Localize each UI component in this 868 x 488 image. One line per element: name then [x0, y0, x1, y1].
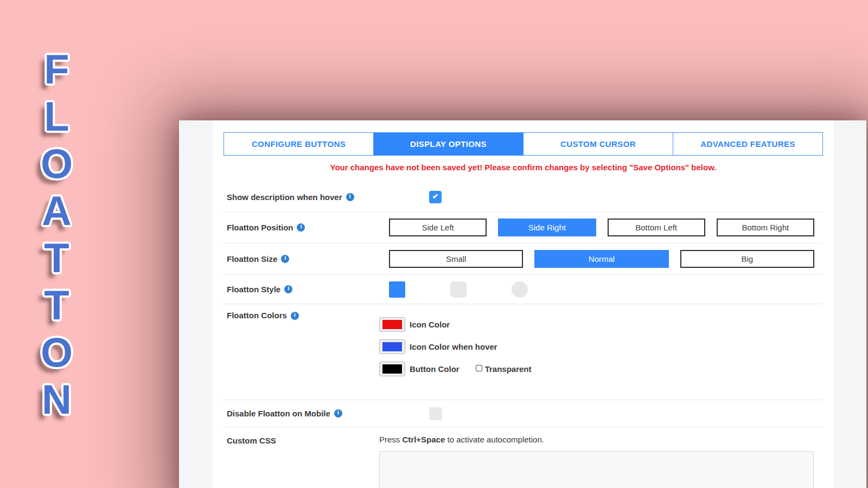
- show-description-checkbox[interactable]: [429, 191, 442, 203]
- style-option-rounded[interactable]: [450, 281, 467, 298]
- size-label: Floatton Size: [227, 254, 277, 264]
- brand-letter: L: [44, 93, 69, 140]
- position-option-bottom-right[interactable]: Bottom Right: [717, 219, 814, 236]
- row-floatton-colors: Floatton Colors Icon Color: [224, 304, 823, 400]
- icon-hover-color-label: Icon Color when hover: [410, 342, 497, 351]
- brand-letter: O: [41, 140, 73, 187]
- size-option-normal[interactable]: Normal: [534, 250, 668, 268]
- position-label: Floatton Position: [227, 223, 293, 232]
- custom-css-label: Custom CSS: [227, 436, 276, 445]
- size-option-small[interactable]: Small: [389, 250, 523, 268]
- tab-custom-cursor[interactable]: CUSTOM CURSOR: [523, 133, 673, 155]
- tab-display-options[interactable]: DISPLAY OPTIONS: [373, 133, 523, 155]
- position-option-side-left[interactable]: Side Left: [389, 219, 487, 236]
- button-color-row: Button Color Transparent: [379, 362, 823, 376]
- style-label: Floatton Style: [227, 285, 280, 294]
- unsaved-changes-warning: Your changes have not been saved yet! Pl…: [224, 163, 823, 172]
- tab-advanced-features[interactable]: ADVANCED FEATURES: [673, 133, 822, 155]
- tab-configure-buttons[interactable]: CONFIGURE BUTTONS: [224, 133, 373, 155]
- button-color-picker[interactable]: [379, 362, 405, 376]
- brand-letter: A: [42, 187, 72, 234]
- show-description-label: Show description when hover: [227, 192, 342, 202]
- row-floatton-size: Floatton Size Small Normal Big: [224, 243, 823, 275]
- icon-color-label: Icon Color: [410, 320, 450, 329]
- info-icon[interactable]: [291, 312, 299, 320]
- icon-color-row: Icon Color: [379, 317, 823, 332]
- row-custom-css: Custom CSS Press Ctrl+Space to activate …: [224, 427, 823, 488]
- brand-letter: T: [44, 234, 69, 281]
- brand-logo: F L O A T T O N: [28, 46, 85, 423]
- colors-label: Floatton Colors: [227, 311, 287, 320]
- brand-letter: F: [44, 46, 69, 93]
- autocomplete-hint: Press Ctrl+Space to activate autocomplet…: [379, 435, 823, 444]
- icon-hover-color-picker[interactable]: [379, 339, 405, 354]
- custom-css-textarea[interactable]: [379, 451, 814, 488]
- row-floatton-style: Floatton Style: [224, 275, 823, 304]
- settings-panel: CONFIGURE BUTTONS DISPLAY OPTIONS CUSTOM…: [179, 120, 866, 488]
- style-option-square[interactable]: [389, 281, 405, 298]
- button-color-swatch: [382, 364, 402, 374]
- transparent-checkbox[interactable]: [476, 365, 482, 371]
- info-icon[interactable]: [334, 409, 342, 418]
- style-option-circle[interactable]: [512, 281, 528, 298]
- icon-hover-color-swatch: [382, 342, 402, 351]
- position-option-side-right[interactable]: Side Right: [498, 219, 596, 236]
- size-option-big[interactable]: Big: [680, 250, 814, 268]
- icon-color-swatch: [382, 320, 402, 329]
- brand-letter: N: [42, 376, 72, 423]
- transparent-label: Transparent: [485, 364, 532, 374]
- settings-sheet: CONFIGURE BUTTONS DISPLAY OPTIONS CUSTOM…: [213, 120, 834, 488]
- row-floatton-position: Floatton Position Side Left Side Right B…: [224, 212, 823, 243]
- icon-hover-color-row: Icon Color when hover: [379, 339, 823, 354]
- tab-bar: CONFIGURE BUTTONS DISPLAY OPTIONS CUSTOM…: [224, 132, 823, 156]
- button-color-label: Button Color: [410, 364, 459, 374]
- row-show-description: Show description when hover: [224, 183, 823, 212]
- brand-letter: O: [41, 329, 73, 376]
- position-option-bottom-left[interactable]: Bottom Left: [608, 219, 705, 236]
- icon-color-picker[interactable]: [379, 317, 405, 332]
- info-icon[interactable]: [284, 285, 292, 293]
- brand-letter: T: [44, 281, 69, 329]
- disable-mobile-label: Disable Floatton on Mobile: [227, 409, 330, 418]
- info-icon[interactable]: [346, 193, 354, 201]
- row-disable-mobile: Disable Floatton on Mobile: [224, 400, 823, 427]
- disable-mobile-checkbox[interactable]: [429, 407, 442, 420]
- info-icon[interactable]: [281, 255, 289, 263]
- info-icon[interactable]: [297, 223, 305, 232]
